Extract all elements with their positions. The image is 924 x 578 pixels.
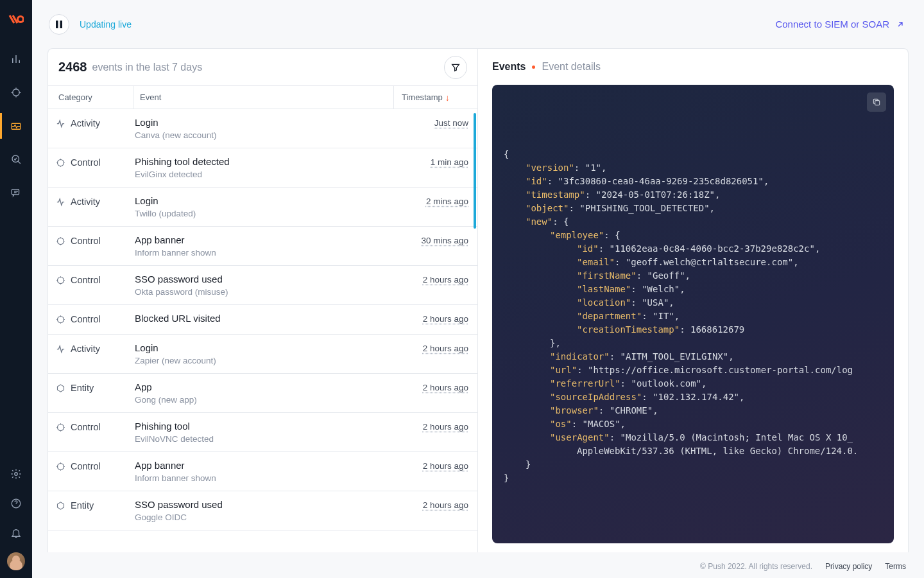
footer: © Push 2022. All rights reserved. Privac… bbox=[32, 555, 924, 578]
footer-privacy-link[interactable]: Privacy policy bbox=[825, 562, 872, 571]
events-list-header: 2468 events in the last 7 days bbox=[48, 49, 477, 86]
svg-point-14 bbox=[58, 464, 64, 470]
event-category-cell: Activity bbox=[56, 117, 135, 140]
events-rows: ActivityLoginCanva (new account)Just now… bbox=[48, 109, 477, 552]
svg-point-10 bbox=[58, 238, 64, 245]
sort-arrow-icon: ↓ bbox=[445, 92, 450, 103]
event-json-code: {"version": "1","id": "3fc30860-cea0-46a… bbox=[492, 85, 894, 543]
event-row[interactable]: ControlPhishing toolEvilNoVNC detected2 … bbox=[48, 413, 477, 452]
event-title: Phishing tool bbox=[135, 421, 397, 432]
event-timestamp: 30 mins ago bbox=[402, 234, 468, 258]
breadcrumb-current: Event details bbox=[542, 61, 601, 73]
event-title: Login bbox=[135, 117, 397, 128]
col-header-event[interactable]: Event bbox=[133, 86, 394, 109]
nav-events[interactable] bbox=[0, 113, 32, 139]
event-row[interactable]: ActivityLoginCanva (new account)Just now bbox=[48, 109, 477, 148]
event-row[interactable]: ActivityLoginZapier (new account)2 hours… bbox=[48, 335, 477, 374]
event-subtitle: Canva (new account) bbox=[135, 130, 397, 140]
event-row[interactable]: ControlApp bannerInform banner shown30 m… bbox=[48, 227, 477, 266]
event-row[interactable]: ControlApp bannerInform banner shown2 ho… bbox=[48, 452, 477, 491]
svg-rect-7 bbox=[56, 21, 58, 28]
event-cell: Phishing toolEvilNoVNC detected bbox=[135, 421, 402, 444]
event-category-cell: Control bbox=[56, 156, 135, 179]
nav-targets[interactable] bbox=[0, 80, 32, 105]
filter-button[interactable] bbox=[444, 56, 467, 79]
event-timestamp: 2 hours ago bbox=[402, 342, 468, 365]
copy-icon bbox=[872, 98, 881, 107]
detail-breadcrumb: Events Event details bbox=[492, 49, 894, 85]
event-title: Login bbox=[135, 195, 397, 206]
pause-button[interactable] bbox=[49, 14, 69, 35]
event-category-cell: Control bbox=[56, 313, 135, 326]
control-icon bbox=[56, 314, 65, 326]
event-row[interactable]: ControlBlocked URL visited2 hours ago bbox=[48, 305, 477, 335]
event-subtitle: Inform banner shown bbox=[135, 473, 397, 483]
connect-siem-link[interactable]: Connect to SIEM or SOAR bbox=[775, 19, 905, 30]
sidebar bbox=[0, 0, 32, 578]
event-timestamp: 2 hours ago bbox=[402, 499, 468, 522]
svg-rect-4 bbox=[12, 189, 19, 195]
event-cell: Blocked URL visited bbox=[135, 313, 402, 326]
event-category-label: Control bbox=[71, 461, 101, 471]
event-category-label: Control bbox=[71, 236, 101, 246]
entity-icon bbox=[56, 500, 65, 512]
event-cell: LoginZapier (new account) bbox=[135, 342, 402, 365]
event-row[interactable]: ActivityLoginTwillo (updated)2 mins ago bbox=[48, 188, 477, 227]
nav-chat[interactable] bbox=[0, 180, 32, 206]
event-cell: App bannerInform banner shown bbox=[135, 460, 402, 483]
svg-point-1 bbox=[13, 89, 20, 96]
event-category-label: Control bbox=[71, 157, 101, 168]
event-category-label: Activity bbox=[71, 197, 100, 207]
svg-point-11 bbox=[58, 277, 64, 284]
event-category-cell: Control bbox=[56, 421, 135, 444]
event-subtitle: Goggle OIDC bbox=[135, 512, 397, 522]
event-category-label: Entity bbox=[71, 500, 94, 511]
event-title: Phishing tool detected bbox=[135, 156, 397, 167]
control-icon bbox=[56, 157, 65, 170]
breadcrumb-separator-icon bbox=[532, 66, 535, 69]
event-title: SSO password used bbox=[135, 499, 397, 510]
col-header-timestamp[interactable]: Timestamp↓ bbox=[394, 92, 468, 103]
event-timestamp: 1 min ago bbox=[402, 156, 468, 179]
breadcrumb-root[interactable]: Events bbox=[492, 61, 526, 73]
svg-point-5 bbox=[15, 473, 18, 476]
event-category-label: Control bbox=[71, 422, 101, 432]
event-category-label: Activity bbox=[71, 118, 100, 128]
event-category-cell: Entity bbox=[56, 499, 135, 522]
nav-alerts[interactable] bbox=[0, 523, 32, 543]
nav-help[interactable] bbox=[0, 493, 32, 514]
nav-settings[interactable] bbox=[0, 464, 32, 484]
event-row[interactable]: EntityAppGong (new app)2 hours ago bbox=[48, 374, 477, 413]
column-headers: Category Event Timestamp↓ bbox=[48, 86, 477, 109]
user-avatar[interactable] bbox=[7, 552, 25, 570]
activity-icon bbox=[56, 118, 65, 130]
event-subtitle: Gong (new app) bbox=[135, 395, 397, 405]
col-header-category[interactable]: Category bbox=[57, 86, 133, 109]
nav-dashboards[interactable] bbox=[0, 46, 32, 72]
copy-button[interactable] bbox=[867, 92, 886, 112]
event-category-cell: Activity bbox=[56, 342, 135, 365]
main-container: 2468 events in the last 7 days Category … bbox=[47, 48, 909, 552]
footer-terms-link[interactable]: Terms bbox=[885, 562, 906, 571]
svg-point-0 bbox=[18, 17, 24, 22]
event-title: Blocked URL visited bbox=[135, 313, 397, 324]
event-category-label: Activity bbox=[71, 344, 100, 354]
footer-copyright: © Push 2022. All rights reserved. bbox=[700, 562, 812, 571]
event-category-label: Control bbox=[71, 314, 101, 324]
external-link-icon bbox=[896, 20, 905, 29]
event-row[interactable]: ControlSSO password usedOkta password (m… bbox=[48, 266, 477, 305]
nav-investigate[interactable] bbox=[0, 146, 32, 172]
event-category-label: Entity bbox=[71, 383, 94, 393]
event-title: App banner bbox=[135, 460, 397, 471]
event-row[interactable]: ControlPhishing tool detectedEvilGinx de… bbox=[48, 148, 477, 188]
event-subtitle: Okta password (misuse) bbox=[135, 287, 397, 297]
event-title: SSO password used bbox=[135, 274, 397, 285]
connect-siem-label: Connect to SIEM or SOAR bbox=[775, 19, 889, 30]
event-cell: LoginTwillo (updated) bbox=[135, 195, 402, 218]
filter-icon bbox=[450, 62, 461, 73]
svg-rect-8 bbox=[60, 21, 63, 28]
event-row[interactable]: EntitySSO password usedGoggle OIDC2 hour… bbox=[48, 491, 477, 530]
event-category-cell: Activity bbox=[56, 195, 135, 218]
event-category-cell: Entity bbox=[56, 381, 135, 405]
event-timestamp: 2 hours ago bbox=[402, 274, 468, 297]
